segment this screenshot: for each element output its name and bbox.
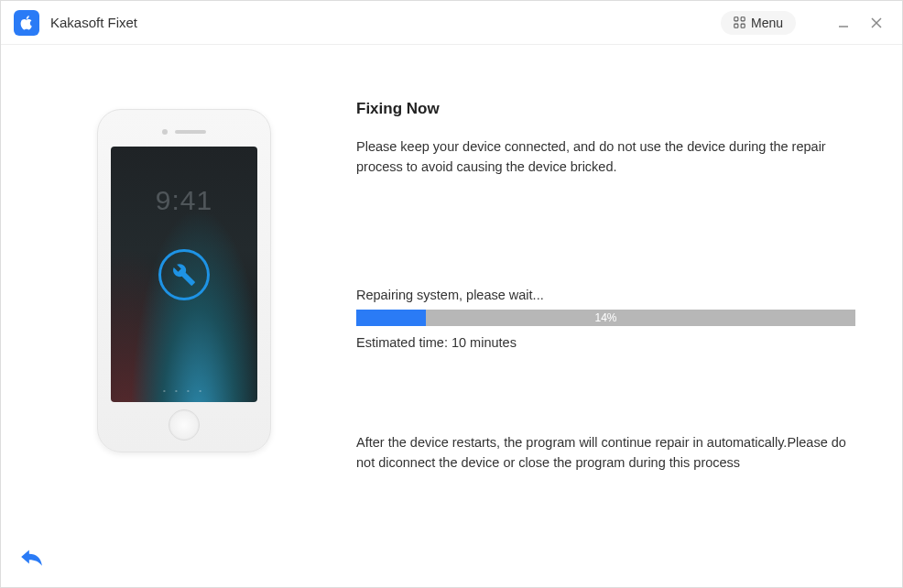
- minimize-icon: [838, 17, 849, 28]
- app-window: Kakasoft Fixet Menu: [0, 0, 903, 588]
- info-column: Fixing Now Please keep your device conne…: [340, 100, 875, 560]
- estimated-time: Estimated time: 10 minutes: [356, 335, 865, 350]
- titlebar: Kakasoft Fixet Menu: [1, 1, 902, 45]
- svg-rect-0: [734, 17, 738, 21]
- svg-rect-2: [734, 24, 738, 27]
- minimize-button[interactable]: [831, 10, 856, 36]
- progress-fill: [356, 310, 426, 326]
- svg-rect-3: [741, 24, 745, 27]
- back-arrow-icon: [19, 547, 43, 567]
- repair-indicator: [158, 249, 210, 300]
- content-area: 9:41 • • • • Fixing Now Please keep your…: [1, 45, 902, 587]
- menu-grid-icon: [734, 16, 745, 28]
- phone-screen: 9:41 • • • •: [111, 147, 257, 402]
- close-button[interactable]: [864, 10, 889, 36]
- phone-mockup: 9:41 • • • •: [97, 109, 271, 452]
- progress-bar: 14%: [356, 310, 855, 326]
- footer-warning: After the device restarts, the program w…: [356, 432, 865, 474]
- back-button[interactable]: [19, 547, 43, 571]
- page-dots: • • • •: [111, 387, 257, 395]
- app-title: Kakasoft Fixet: [50, 15, 721, 30]
- menu-label: Menu: [751, 16, 783, 30]
- phone-home-button: [169, 409, 200, 441]
- progress-percent-label: 14%: [594, 311, 616, 324]
- close-icon: [871, 17, 882, 28]
- wrench-icon: [172, 263, 196, 287]
- svg-rect-1: [741, 17, 745, 21]
- app-logo-icon: [14, 10, 39, 36]
- phone-earpiece-area: [107, 119, 261, 145]
- lockscreen-time: 9:41: [111, 185, 257, 216]
- page-description: Please keep your device connected, and d…: [356, 136, 865, 178]
- device-preview-column: 9:41 • • • •: [28, 100, 340, 560]
- page-heading: Fixing Now: [356, 100, 865, 118]
- menu-button[interactable]: Menu: [721, 11, 796, 35]
- repair-status-text: Repairing system, please wait...: [356, 288, 865, 302]
